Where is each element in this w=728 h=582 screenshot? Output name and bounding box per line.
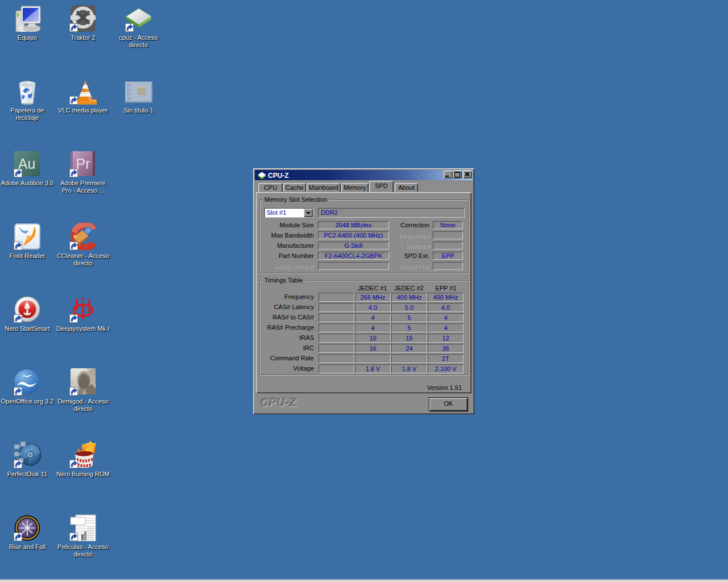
svg-text:Pr: Pr [76, 156, 90, 172]
